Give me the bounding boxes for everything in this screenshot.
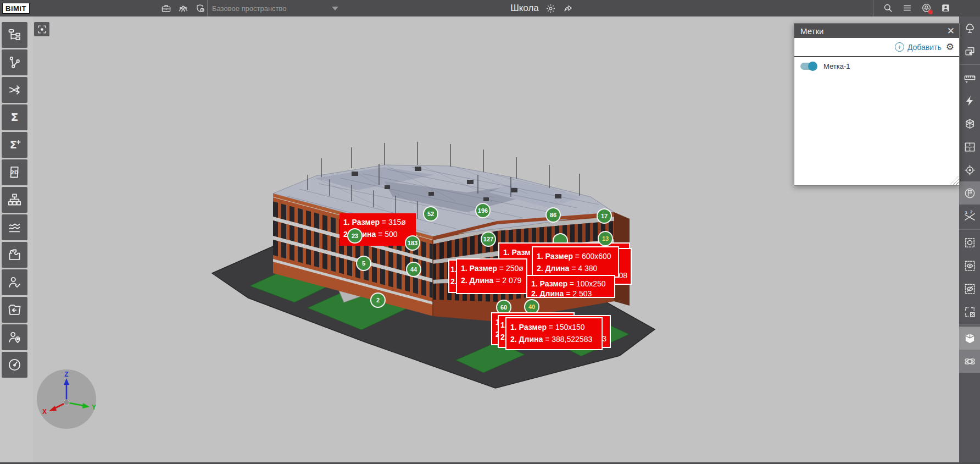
marks-panel-title: Метки [800, 26, 947, 36]
tool-deselect[interactable] [959, 300, 980, 323]
measurement-label[interactable]: 1. Размер = 250ø2. Длина = 2 079 [456, 258, 527, 294]
tool-hide-eye[interactable] [959, 277, 980, 300]
tool-doc-2d[interactable]: 2D [2, 159, 27, 185]
svg-text:2D: 2D [10, 169, 19, 175]
toolbar-separator [959, 229, 980, 230]
measurement-label[interactable]: 1. Размер = 150x1502. Длина = 388,522583 [505, 317, 603, 350]
mark-list-item[interactable]: Метка-1 [794, 57, 959, 70]
svg-text:1: 1 [965, 210, 967, 214]
tool-screenshot[interactable] [959, 40, 980, 63]
tool-flag[interactable] [959, 181, 980, 205]
measurement-line: 2. Длина = 388,522583 [510, 333, 598, 345]
share-icon[interactable] [563, 3, 573, 14]
tool-orbit[interactable] [959, 350, 980, 373]
tool-environment-tree[interactable] [959, 16, 980, 40]
list-menu-icon[interactable] [901, 2, 912, 13]
element-count-badge[interactable]: 196 [475, 203, 491, 218]
measurement-label[interactable]: 1. Размер = 600x6002. Длина = 4 380 [532, 246, 619, 278]
axis-x-label: X [42, 408, 47, 416]
tool-section-box[interactable] [959, 112, 980, 135]
workspace-selector[interactable]: Базовое пространство [212, 4, 287, 13]
element-count-badge[interactable]: 2 [370, 292, 386, 308]
tool-folder-export[interactable] [2, 297, 27, 323]
tool-isolate-box[interactable] [959, 231, 980, 254]
topbar-divider [207, 0, 208, 16]
measurement-line: 2. Длина = 2 503 [531, 289, 610, 298]
tool-plugins[interactable] [2, 242, 27, 268]
settings-gear-icon[interactable] [545, 3, 556, 14]
tool-graphs[interactable] [2, 214, 27, 240]
tool-ruler[interactable] [959, 66, 980, 89]
measurement-line: 2. Длина = 2 079 [461, 274, 522, 286]
mark-label: Метка-1 [823, 62, 850, 70]
tool-user-location[interactable] [2, 324, 27, 350]
tool-compare[interactable] [2, 77, 27, 103]
element-count-badge[interactable]: 183 [405, 235, 420, 251]
panel-resize-handle[interactable] [950, 176, 959, 185]
measurement-label[interactable]: 1. Размер = 100x2502. Длина = 2 503 [526, 275, 615, 298]
account-icon[interactable] [940, 2, 951, 13]
toolbar-separator [959, 64, 980, 65]
element-count-badge[interactable]: 44 [406, 262, 421, 277]
svg-text:Σ: Σ [10, 139, 17, 151]
element-count-badge[interactable]: 52 [423, 206, 438, 222]
marks-settings-gear-icon[interactable]: ⚙ [946, 41, 954, 53]
close-icon[interactable]: ✕ [947, 26, 955, 36]
element-count-badge[interactable]: 86 [545, 207, 561, 223]
toolbar-separator [959, 324, 980, 325]
tool-org-chart[interactable] [2, 187, 27, 213]
search-icon[interactable] [882, 2, 893, 13]
svg-text:Σ: Σ [11, 111, 19, 124]
right-toolbar: 12 [959, 16, 980, 462]
tool-locate[interactable] [959, 158, 980, 181]
measurement-fragment: 08 [619, 269, 627, 281]
marks-panel-header: Метки ✕ [794, 24, 959, 38]
element-count-badge[interactable]: 13 [598, 231, 613, 246]
tool-versions[interactable] [2, 49, 27, 75]
marks-panel: Метки ✕ + Добавить ⚙ Метка-1 [794, 23, 960, 186]
measurement-line: 1. Размер = 100x250 [531, 279, 610, 289]
measurement-line: 2. Длина = 4 380 [537, 262, 614, 274]
top-bar: BiMiT Базовое пространство Школа [0, 0, 980, 16]
element-count-badge[interactable]: 127 [481, 231, 496, 247]
mark-visibility-toggle[interactable] [800, 63, 817, 70]
tool-model-tree[interactable] [2, 22, 27, 48]
add-mark-button[interactable]: + Добавить [895, 42, 942, 52]
axis-z-label: Z [64, 371, 68, 378]
measurement-line: 1. Размер = 315ø [343, 216, 412, 228]
tool-gauge[interactable] [2, 352, 27, 378]
tool-focus-scan[interactable] [34, 22, 49, 36]
topbar-divider [873, 0, 873, 16]
collaboration-people-icon[interactable] [177, 3, 188, 14]
element-count-badge[interactable]: 17 [597, 208, 612, 224]
tool-sum-add[interactable]: Σ [2, 132, 27, 158]
chevron-down-icon [332, 7, 338, 10]
measurement-fragment: 3 [602, 333, 606, 345]
tool-clash-flash[interactable] [959, 89, 980, 112]
plus-circle-icon: + [895, 42, 904, 52]
add-mark-label: Добавить [907, 43, 942, 52]
tool-floor-plan[interactable] [959, 135, 980, 158]
measurement-line: 1. Размер = 250ø [461, 262, 522, 274]
left-toolbar: ΣΣ2D [0, 16, 33, 462]
tool-user-check[interactable] [2, 269, 27, 295]
svg-text:2: 2 [970, 210, 973, 214]
axis-y-label: Y [92, 404, 96, 411]
element-count-badge[interactable]: 5 [356, 256, 371, 271]
notifications-bell-icon[interactable] [921, 2, 932, 13]
notification-dot [928, 10, 933, 14]
measurement-line: 1. Размер = 150x150 [510, 321, 598, 333]
marks-list: Метка-1 [794, 57, 959, 185]
app-logo[interactable]: BiMiT [2, 3, 30, 14]
measurement-line: 1. Размер = 600x600 [537, 250, 614, 262]
marks-panel-toolbar: + Добавить ⚙ [794, 38, 959, 57]
projects-briefcase-icon[interactable] [160, 3, 171, 14]
element-count-badge[interactable]: 23 [347, 228, 363, 244]
tool-solid-cube[interactable] [959, 327, 980, 350]
navigation-gizmo[interactable]: Z Y X [37, 369, 96, 429]
tool-show-eye[interactable] [959, 254, 980, 277]
tool-sum[interactable]: Σ [2, 104, 27, 130]
shield-protection-icon[interactable] [194, 3, 205, 14]
tool-dimensions[interactable]: 12 [959, 205, 980, 228]
